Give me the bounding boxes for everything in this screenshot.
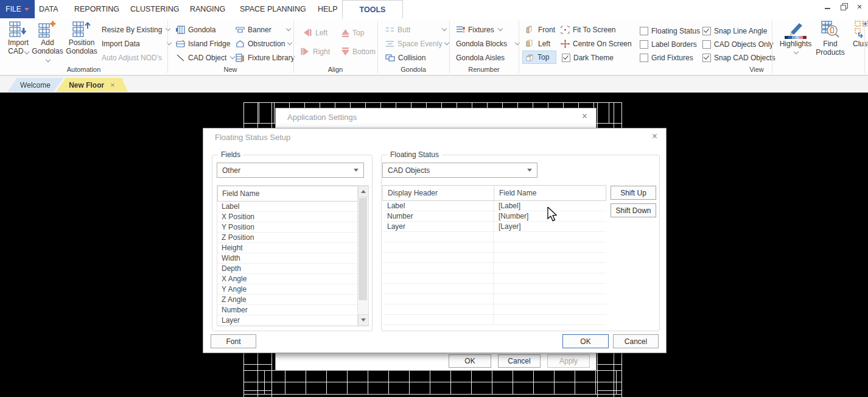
close-tab-icon[interactable]: × [110,80,115,90]
dark-theme-toggle[interactable]: Dark Theme [560,51,615,64]
menu-help[interactable]: HELP [314,0,341,18]
renumber-gondola-blocks-button[interactable]: Gondola Blocks [454,37,521,50]
shift-down-button[interactable]: Shift Down [611,203,656,217]
find-products-button[interactable]: Find Products [814,20,846,64]
renumber-gondola-aisles-button[interactable]: Gondola Aisles [454,51,506,64]
menu-reporting[interactable]: REPORTING [71,0,123,18]
align-bottom-button[interactable]: Bottom [340,45,377,58]
label-borders-toggle[interactable]: Label Borders [638,38,699,51]
chevron-down-icon [794,49,799,54]
new-fixture-library-button[interactable]: Fixture Library [234,51,296,64]
tab-welcome[interactable]: Welcome [7,78,63,92]
table-row-empty[interactable] [382,273,606,284]
centre-on-screen-button[interactable]: Centre On Screen [559,37,634,50]
table-row-empty[interactable] [382,263,606,273]
new-gondola-button[interactable]: Gondola [174,23,217,36]
close-dialog-icon[interactable]: × [582,111,587,121]
menu-data[interactable]: DATA [35,0,61,18]
shift-up-button[interactable]: Shift Up [611,186,656,200]
view-front-button[interactable]: Front [523,23,557,36]
cancel-button[interactable]: Cancel [498,354,541,368]
table-row-empty[interactable] [382,304,606,315]
new-cad-object-button[interactable]: CAD Object [174,51,236,64]
floating-status-checkbox[interactable] [640,27,648,35]
view-left-button[interactable]: Left [523,37,552,50]
label-borders-checkbox[interactable] [640,40,648,49]
table-row-empty[interactable] [382,232,606,242]
scroll-up-button[interactable] [358,186,369,197]
floating-status-dropdown[interactable]: CAD Objects [382,163,537,178]
list-item[interactable]: Depth [217,264,358,274]
list-item[interactable]: Width [217,253,358,264]
ok-button[interactable]: OK [449,354,491,368]
list-item[interactable]: Layer [217,315,358,326]
list-item[interactable]: Label [217,202,358,212]
cad-objects-only-checkbox[interactable] [702,40,711,49]
position-gondolas-button[interactable]: Position Gondolas [65,20,99,64]
snap-line-angle-toggle[interactable]: Snap Line Angle [701,24,769,37]
table-row[interactable]: Layer[Layer] [382,222,606,232]
cad-objects-only-toggle[interactable]: CAD Objects Only [701,38,775,51]
table-row-empty[interactable] [382,253,606,263]
list-item[interactable]: Y Angle [217,284,358,295]
import-data-button[interactable]: Import Data [100,37,173,50]
snap-cad-objects-checkbox[interactable] [702,54,711,62]
highlights-button[interactable]: Highlights [778,20,813,64]
scrollbar[interactable] [357,186,368,326]
scroll-down-button[interactable] [358,314,369,326]
view-top-button[interactable]: Top [522,51,556,64]
restore-button[interactable] [840,3,847,10]
font-button[interactable]: Font [211,334,256,348]
ok-button[interactable]: OK [562,334,609,348]
list-item[interactable]: X Angle [217,274,358,284]
close-dialog-icon[interactable]: × [652,132,657,141]
auto-adjust-nods-button[interactable]: Auto Adjust NOD's [100,51,164,64]
table-row-empty[interactable] [382,315,606,325]
list-item[interactable]: Z Position [217,233,358,243]
minimize-button[interactable] [824,3,831,10]
file-menu-button[interactable]: FILE [0,0,35,18]
list-item[interactable]: Z Angle [217,295,358,305]
list-item[interactable]: Number [217,305,358,315]
snap-line-angle-checkbox[interactable] [702,27,711,35]
dark-theme-checkbox[interactable] [562,54,570,62]
table-row-empty[interactable] [382,242,606,253]
close-window-button[interactable]: × [856,3,863,10]
renumber-fixtures-button[interactable]: Fixtures [454,23,517,36]
new-obstruction-button[interactable]: Obstruction [234,37,292,50]
align-left-button[interactable]: Left [301,26,329,39]
list-item[interactable]: Y Position [217,222,358,233]
menu-space-planning[interactable]: SPACE PLANNING [236,0,310,18]
scroll-thumb[interactable] [359,198,367,300]
list-item[interactable]: X Position [217,212,358,222]
grid-fixtures-checkbox[interactable] [640,54,648,62]
fields-dropdown[interactable]: Other [217,163,364,178]
fit-to-screen-button[interactable]: Fit To Screen [559,23,617,36]
grid-fixtures-toggle[interactable]: Grid Fixtures [638,51,695,64]
new-banner-button[interactable]: Banner [234,23,292,36]
floating-status-table[interactable]: Display Header Field Name Label[Label] N… [382,185,606,325]
snap-cad-objects-toggle[interactable]: Snap CAD Objects [701,51,777,64]
table-row[interactable]: Label[Label] [382,201,606,211]
floating-status-toggle[interactable]: Floating Status [638,24,702,37]
apply-button[interactable]: Apply [547,354,590,368]
list-item[interactable]: Height [217,243,358,253]
butt-button[interactable]: Butt [383,23,448,36]
collision-button[interactable]: Collision [383,51,427,64]
table-row-empty[interactable] [382,284,606,294]
menu-tools-active-tab[interactable]: TOOLS [342,0,403,19]
menu-clustering[interactable]: CLUSTERING [127,0,183,18]
table-row[interactable]: Number[Number] [382,211,606,222]
resize-by-existing-button[interactable]: Resize By Existing [100,23,172,36]
tab-new-floor[interactable]: New Floor × [56,78,128,92]
align-right-arrow-icon [300,47,310,55]
field-name-list[interactable]: Field Name Label X Position Y Position Z… [217,185,369,326]
cancel-button[interactable]: Cancel [613,334,659,348]
space-evenly-button[interactable]: Space Evenly [383,37,448,50]
menu-ranging[interactable]: RANGING [186,0,229,18]
new-island-fridge-button[interactable]: Island Fridge [174,37,232,50]
align-top-button[interactable]: Top [340,26,366,39]
add-gondolas-button[interactable]: Add Gondolas [30,20,65,64]
table-row-empty[interactable] [382,294,606,304]
align-right-button[interactable]: Right [298,45,332,58]
